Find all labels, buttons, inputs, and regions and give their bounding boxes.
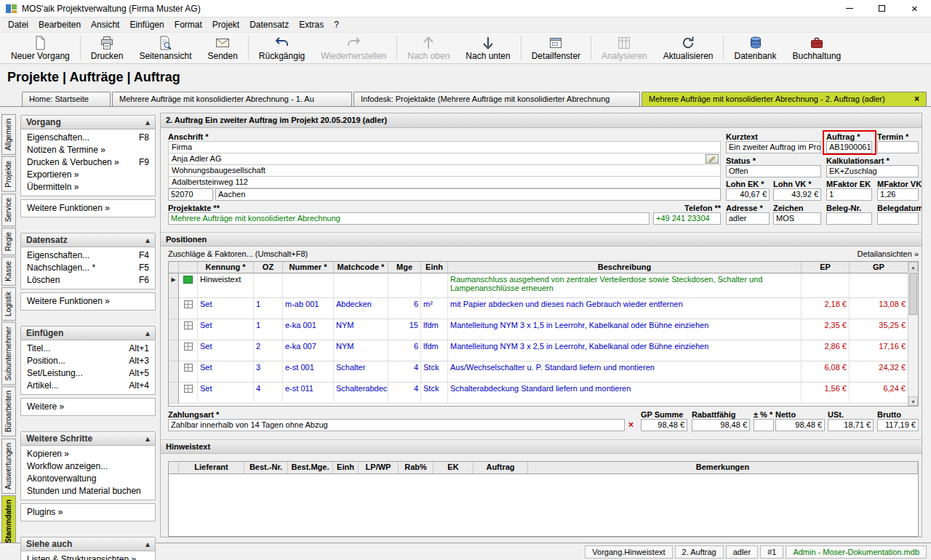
cell-mge[interactable]: 6: [388, 340, 421, 361]
cell-einh[interactable]: Stck: [421, 361, 448, 383]
field-mfaktor-vk[interactable]: 1,26: [877, 188, 919, 201]
toolbar-drucken[interactable]: Drucken: [83, 33, 132, 63]
column-header-best-nr[interactable]: Best.-Nr.: [244, 462, 288, 474]
sidebar-item-stunden-material[interactable]: Stunden und Material buchen: [21, 485, 155, 497]
cell-gp[interactable]: 17,16 €: [850, 340, 908, 361]
field-plz[interactable]: 52070: [168, 188, 213, 201]
field-telefon[interactable]: +49 241 23304: [653, 212, 721, 225]
row-selector[interactable]: [169, 383, 179, 404]
cell-beschreibung[interactable]: Schalterabdeckung Standard liefern und m…: [448, 383, 802, 404]
scroll-down-icon[interactable]: ▼: [908, 396, 918, 406]
module-tab-regie[interactable]: Regie: [1, 228, 16, 255]
column-header-kennung[interactable]: Kennung *: [198, 262, 254, 273]
cell-nummer[interactable]: e-ka 007: [283, 340, 334, 361]
field-auftrag[interactable]: AB1900061: [826, 141, 872, 153]
sidebar-item-weitere-einfuegen[interactable]: Weitere »: [21, 401, 155, 413]
cell-oz[interactable]: 3: [254, 361, 283, 383]
menu-datei[interactable]: Datei: [3, 17, 33, 33]
sidebar-item-plugins[interactable]: Plugins »: [21, 506, 155, 519]
field-adresse[interactable]: adler: [726, 212, 770, 225]
field-anschrift-zeile-4[interactable]: Adalbertsteinweg 112: [168, 176, 721, 188]
edit-address-button[interactable]: [706, 154, 719, 164]
toolbar-datenbank[interactable]: Datenbank: [726, 33, 784, 63]
section-header-siehe-auch[interactable]: Siehe auch ▴: [20, 537, 156, 551]
column-header-beschreibung[interactable]: Beschreibung: [448, 262, 802, 273]
clear-zahlungsart-button[interactable]: ×: [628, 420, 634, 430]
field-anschrift-zeile-2[interactable]: Anja Adler AG: [168, 153, 721, 165]
field-lohn-ek[interactable]: 40,67 €: [726, 188, 770, 201]
field-anschrift-zeile-3[interactable]: Wohnungsbaugesellschaft: [168, 164, 721, 177]
menu-projekt[interactable]: Projekt: [207, 17, 244, 33]
column-header-einh[interactable]: Einh: [421, 262, 448, 273]
column-header-ep[interactable]: EP: [802, 262, 850, 273]
cell-mge[interactable]: 4: [388, 383, 421, 404]
field-zahlungsart[interactable]: Zahlbar innerhalb von 14 Tagen ohne Abzu…: [168, 419, 625, 431]
toolbar-neuer-vorgang[interactable]: Neuer Vorgang: [3, 33, 78, 63]
cell-einh[interactable]: lfdm: [421, 319, 448, 340]
sidebar-item-uebermitteln[interactable]: Übermitteln »: [21, 181, 155, 193]
cell-oz[interactable]: 1: [254, 319, 283, 340]
field-belegdatum[interactable]: [877, 212, 919, 225]
sidebar-item-listen-strukturansichten[interactable]: Listen & Strukturansichten »: [21, 553, 155, 560]
column-header-mge[interactable]: Mge: [388, 262, 421, 273]
tab-close-icon[interactable]: ×: [910, 92, 919, 106]
field-mfaktor-ek[interactable]: 1: [826, 188, 872, 201]
sidebar-item-akontoverwaltung[interactable]: Akontoverwaltung: [21, 473, 155, 485]
table-scrollbar[interactable]: ▲ ▼: [908, 262, 918, 406]
cell-ep[interactable]: 1,56 €: [802, 383, 850, 404]
cell-ep[interactable]: 6,08 €: [802, 361, 850, 383]
cell-einh[interactable]: Stck: [421, 383, 448, 404]
module-tab-service[interactable]: Service: [1, 193, 16, 226]
field-zeichen[interactable]: MOS: [773, 212, 821, 225]
maximize-button[interactable]: [866, 0, 898, 17]
column-header-einh[interactable]: Einh: [333, 462, 359, 474]
cell-ep[interactable]: 2,18 €: [802, 298, 850, 319]
cell-gp[interactable]: 13,08 €: [850, 298, 908, 319]
cell-kennung[interactable]: Set: [198, 383, 254, 404]
sidebar-item-set-leistung[interactable]: Set/Leistung...Alt+5: [21, 367, 155, 380]
cell-oz[interactable]: 2: [254, 340, 283, 361]
cell-kennung[interactable]: Set: [198, 340, 254, 361]
cell-gp[interactable]: 24,32 €: [850, 361, 908, 383]
cell-beschreibung[interactable]: Mantelleitung NYM 3 x 1,5 in Leerrohr, K…: [448, 319, 802, 340]
module-tab-subunternehmer[interactable]: Subunternehmer: [1, 322, 16, 385]
sidebar-item-artikel[interactable]: Artikel...Alt+4: [21, 380, 155, 392]
window-titlebar[interactable]: MOS'aik Projektverwaltung (Firma Muster …: [0, 0, 931, 17]
sidebar-item-titel[interactable]: Titel...Alt+1: [21, 343, 155, 355]
sidebar-item-eigenschaften-datensatz[interactable]: Eigenschaften...F4: [21, 249, 155, 262]
cell-matchcode[interactable]: Abdecken: [334, 298, 388, 319]
column-header-auftrag[interactable]: Auftrag: [474, 462, 528, 474]
module-tab-bueroarbeiten[interactable]: Büroarbeiten: [1, 386, 16, 436]
section-header-einfuegen[interactable]: Einfügen ▴: [20, 326, 156, 340]
cell-matchcode[interactable]: [334, 273, 388, 298]
scrollbar-thumb[interactable]: [909, 273, 917, 315]
column-header-ek[interactable]: EK: [433, 462, 474, 474]
minimize-button[interactable]: [833, 0, 866, 17]
link-detailansichten[interactable]: Detailansichten »: [858, 249, 919, 258]
cell-nummer[interactable]: e-st 001: [283, 361, 334, 383]
cell-kennung[interactable]: Hinweistext: [198, 273, 254, 298]
column-header-oz[interactable]: OZ: [254, 262, 283, 273]
cell-nummer[interactable]: e-st 011: [283, 383, 334, 404]
toolbar-senden[interactable]: Senden: [199, 33, 245, 63]
section-header-vorgang[interactable]: Vorgang ▴: [20, 115, 156, 129]
menu-bearbeiten[interactable]: Bearbeiten: [33, 17, 86, 33]
field-prozent[interactable]: [754, 419, 774, 431]
cell-kennung[interactable]: Set: [198, 361, 254, 383]
sidebar-item-exportieren[interactable]: Exportieren »: [21, 169, 155, 181]
cell-ep[interactable]: 2,86 €: [802, 340, 850, 361]
tab-infodesk-projektakte[interactable]: Infodesk: Projektakte (Mehrere Aufträge …: [353, 92, 640, 106]
cell-matchcode[interactable]: Schalter: [334, 361, 388, 383]
menu-extras[interactable]: Extras: [294, 17, 329, 33]
column-header-nummer[interactable]: Nummer *: [283, 262, 334, 273]
column-header-best-mge[interactable]: Best.Mge.: [288, 462, 333, 474]
cell-mge[interactable]: 6: [388, 298, 421, 319]
column-header-lp-wp[interactable]: LP/WP: [359, 462, 399, 474]
sidebar-item-nachschlagen[interactable]: Nachschlagen... *F5: [21, 262, 155, 274]
field-lohn-vk[interactable]: 43,92 €: [773, 188, 821, 201]
field-termin[interactable]: [877, 141, 919, 153]
sidebar-item-drucken-verbuchen[interactable]: Drucken & Verbuchen »F9: [21, 156, 155, 169]
sidebar-item-weitere-funktionen-datensatz[interactable]: Weitere Funktionen »: [21, 295, 155, 308]
cell-beschreibung[interactable]: Mantelleitung NYM 3 x 2,5 in Leerrohr, K…: [448, 340, 802, 361]
cell-matchcode[interactable]: NYM: [334, 319, 388, 340]
